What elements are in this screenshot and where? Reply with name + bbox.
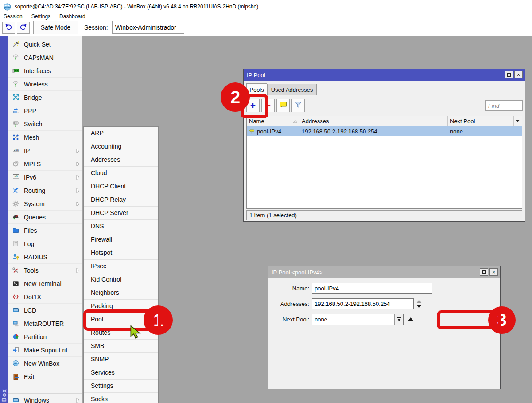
column-header-addresses[interactable]: Addresses xyxy=(299,116,448,126)
sidebar-item-mesh[interactable]: Mesh xyxy=(8,131,82,144)
dialog-maximize-button[interactable] xyxy=(480,268,488,276)
safe-mode-button[interactable]: Safe Mode xyxy=(33,21,78,34)
close-button[interactable]: × xyxy=(514,71,523,78)
sidebar: Quick Set CAPsMAN Interfaces Wireless Br… xyxy=(8,36,82,403)
ip-pool-title: IP Pool xyxy=(247,72,265,78)
mesh-icon xyxy=(12,134,19,141)
sidebar-item-routing[interactable]: Routing xyxy=(8,184,82,197)
session-label: Session: xyxy=(84,24,108,31)
submenu-item-dns[interactable]: DNS xyxy=(84,220,158,233)
addresses-field[interactable] xyxy=(312,298,414,309)
filter-button[interactable] xyxy=(291,99,305,112)
sidebar-item-partition[interactable]: Partition xyxy=(8,330,82,344)
sidebar-item-radius[interactable]: RADIUS xyxy=(8,250,82,264)
sidebar-item-tools[interactable]: Tools xyxy=(8,264,82,277)
antenna-icon xyxy=(12,81,19,88)
submenu-item-accounting[interactable]: Accounting xyxy=(84,140,158,153)
main-toolbar: Safe Mode Session: xyxy=(0,21,532,36)
submenu-item-smb[interactable]: SMB xyxy=(84,340,158,353)
mpls-tag-icon xyxy=(12,160,19,168)
menu-settings[interactable]: Settings xyxy=(31,13,50,21)
redo-icon xyxy=(19,24,27,32)
next-pool-dropdown-button[interactable] xyxy=(394,314,403,325)
addresses-label: Addresses: xyxy=(269,301,309,307)
log-icon xyxy=(12,240,19,247)
sidebar-item-ip[interactable]: 255 IP xyxy=(8,144,82,157)
column-header-next-pool[interactable]: Next Pool xyxy=(448,116,514,126)
submenu-arrow-icon xyxy=(76,398,80,403)
folder-icon xyxy=(12,227,19,234)
name-label: Name: xyxy=(269,285,309,292)
menu-session[interactable]: Session xyxy=(4,13,23,21)
sidebar-item-ipv6[interactable]: v6 IPv6 xyxy=(8,171,82,184)
submenu-item-services[interactable]: Services xyxy=(84,366,158,380)
sidebar-item-queues[interactable]: Queues xyxy=(8,211,82,224)
find-input[interactable] xyxy=(485,100,523,111)
app-chrome: soporte@C4:AD:34:7E:92:5C (LAB-ISP-ABC) … xyxy=(0,0,532,36)
submenu-item-snmp[interactable]: SNMP xyxy=(84,353,158,366)
submenu-item-ipsec[interactable]: IPsec xyxy=(84,260,158,273)
pie-chart-icon xyxy=(12,333,19,340)
sidebar-item-ppp[interactable]: PPP xyxy=(8,104,82,117)
submenu-item-dhcp-server[interactable]: DHCP Server xyxy=(84,207,158,220)
sidebar-item-lcd[interactable]: LCD xyxy=(8,304,82,317)
submenu-item-neighbors[interactable]: Neighbors xyxy=(84,286,158,300)
addresses-stepper[interactable] xyxy=(416,300,422,308)
close-icon: × xyxy=(517,72,520,78)
submenu-item-firewall[interactable]: Firewall xyxy=(84,233,158,246)
dialog-titlebar[interactable]: IP Pool <pool-IPv4> xyxy=(268,266,500,278)
bridge-icon xyxy=(12,94,19,101)
routing-icon xyxy=(12,187,19,194)
session-input[interactable] xyxy=(112,21,184,34)
sidebar-item-new-winbox[interactable]: New WinBox xyxy=(8,357,82,370)
next-pool-field[interactable] xyxy=(312,314,404,325)
sidebar-item-files[interactable]: Files xyxy=(8,224,82,237)
submenu-arrow-icon xyxy=(76,268,80,273)
filter-funnel-icon xyxy=(295,101,302,110)
submenu-item-addresses[interactable]: Addresses xyxy=(84,153,158,167)
submenu-item-dhcp-relay[interactable]: DHCP Relay xyxy=(84,193,158,207)
menu-dashboard[interactable]: Dashboard xyxy=(59,13,85,21)
submenu-item-arp[interactable]: ARP xyxy=(84,127,158,140)
submenu-item-hotspot[interactable]: Hotspot xyxy=(84,246,158,260)
sidebar-item-quick-set[interactable]: Quick Set xyxy=(8,38,82,51)
dropdown-bar-icon xyxy=(397,317,401,318)
submenu-item-kid-control[interactable]: Kid Control xyxy=(84,273,158,286)
submenu-item-settings[interactable]: Settings xyxy=(84,380,158,393)
sidebar-item-metarouter[interactable]: MetaROUTER xyxy=(8,317,82,330)
sidebar-item-dot1x[interactable]: Dot1X xyxy=(8,290,82,304)
next-pool-up-button[interactable] xyxy=(408,317,414,321)
sidebar-item-mpls[interactable]: MPLS xyxy=(8,157,82,171)
sidebar-item-wireless[interactable]: Wireless xyxy=(8,78,82,91)
sidebar-item-exit[interactable]: Exit xyxy=(8,370,82,383)
table-row-pool-ipv4[interactable]: pool-IPv4 192.168.50.2-192.168.50.254 no… xyxy=(247,126,522,136)
dialog-close-button[interactable]: × xyxy=(489,268,498,276)
brand-vertical-text: WinBox xyxy=(0,389,8,403)
ip-255-icon: 255 xyxy=(12,147,19,154)
chevron-down-icon xyxy=(516,120,520,122)
submenu-item-socks[interactable]: Socks xyxy=(84,393,158,403)
column-selector-button[interactable] xyxy=(514,116,522,126)
sidebar-item-make-supout[interactable]: Make Supout.rif xyxy=(8,344,82,357)
sidebar-item-windows[interactable]: Windows xyxy=(8,394,82,403)
pool-status-bar: 1 item (1 selected) xyxy=(246,210,522,220)
undo-button[interactable] xyxy=(2,22,15,34)
name-field[interactable] xyxy=(312,283,432,294)
sidebar-item-new-terminal[interactable]: New Terminal xyxy=(8,277,82,290)
sidebar-item-log[interactable]: Log xyxy=(8,237,82,250)
sidebar-item-switch[interactable]: Switch xyxy=(8,117,82,131)
sidebar-item-interfaces[interactable]: Interfaces xyxy=(8,64,82,78)
submenu-item-cloud[interactable]: Cloud xyxy=(84,167,158,180)
tab-used-addresses[interactable]: Used Addresses xyxy=(267,84,317,95)
maximize-icon xyxy=(482,270,486,274)
comment-button[interactable] xyxy=(276,99,290,112)
redo-button[interactable] xyxy=(17,22,30,34)
sidebar-item-system[interactable]: System xyxy=(8,197,82,211)
submenu-item-dhcp-client[interactable]: DHCP Client xyxy=(84,180,158,193)
sidebar-item-bridge[interactable]: Bridge xyxy=(8,91,82,104)
sidebar-item-capsman[interactable]: CAPsMAN xyxy=(8,51,82,64)
ip-pool-titlebar[interactable]: IP Pool xyxy=(244,69,525,81)
dialog-title: IP Pool <pool-IPv4> xyxy=(272,269,322,276)
maximize-button[interactable] xyxy=(505,71,513,78)
wand-icon xyxy=(12,41,19,48)
